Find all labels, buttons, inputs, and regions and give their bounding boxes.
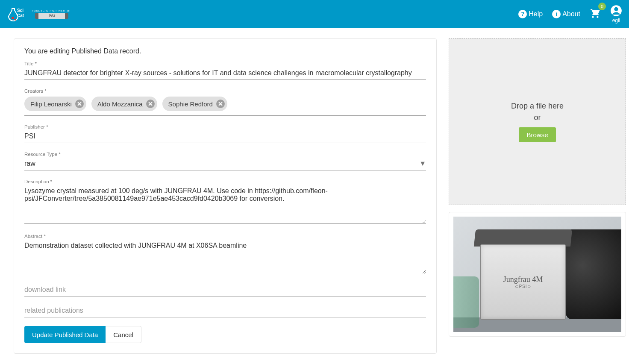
abstract-input[interactable]: Demonstration dataset collected with JUN… [24, 240, 426, 274]
creators-field: Creators * Filip Leonarski Aldo Mozzanic… [24, 88, 426, 116]
info-icon: i [552, 10, 561, 18]
svg-point-1 [15, 19, 16, 21]
related-publications-field [24, 305, 426, 317]
help-icon: ? [518, 10, 527, 18]
account-icon [610, 5, 622, 17]
thumbnail-image[interactable]: Jungfrau 4M ⊂PSI⊃ [453, 217, 621, 332]
related-publications-input[interactable] [24, 305, 426, 317]
page-content: You are editing Published Data record. T… [0, 28, 629, 364]
cancel-button[interactable]: Cancel [106, 326, 141, 343]
chip-remove-icon[interactable] [146, 100, 155, 108]
creators-label: Creators * [24, 88, 426, 94]
app-header: Sci Cat PAUL SCHERRER INSTITUT PSI ? Hel… [0, 0, 629, 28]
account-menu[interactable]: egli [610, 5, 622, 23]
resource-type-value: raw [24, 160, 35, 167]
description-input[interactable]: Lysozyme crystal measured at 100 deg/s w… [24, 185, 426, 224]
device-sublabel: ⊂PSI⊃ [515, 284, 531, 289]
creator-chip-label: Aldo Mozzanica [97, 100, 143, 108]
creator-chip: Aldo Mozzanica [91, 97, 157, 111]
scicat-logo[interactable]: Sci Cat [7, 5, 26, 23]
update-button[interactable]: Update Published Data [24, 326, 106, 343]
device-label: Jungfrau 4M [503, 275, 543, 284]
title-field: Title * [24, 61, 426, 80]
title-input[interactable] [24, 68, 426, 80]
logo-group: Sci Cat PAUL SCHERRER INSTITUT PSI [7, 5, 68, 23]
publisher-label: Publisher * [24, 124, 426, 129]
resource-type-label: Resource Type * [24, 152, 426, 157]
edit-form-card: You are editing Published Data record. T… [14, 38, 437, 354]
svg-text:Sci: Sci [17, 8, 24, 13]
header-links: ? Help i About 0 egli [518, 5, 622, 23]
creator-chip-label: Sophie Redford [168, 100, 213, 108]
publisher-input[interactable] [24, 131, 426, 143]
cart-button[interactable]: 0 [590, 8, 601, 20]
browse-button[interactable]: Browse [519, 127, 556, 142]
right-column: Drop a file here or Browse Jungfrau 4M ⊂… [449, 38, 626, 354]
resource-type-select[interactable]: raw ▼ [24, 158, 426, 170]
abstract-label: Abstract * [24, 234, 426, 239]
psi-logo-text: PAUL SCHERRER INSTITUT [32, 9, 71, 12]
description-label: Description * [24, 179, 426, 184]
cart-count-badge: 0 [598, 3, 606, 10]
help-label: Help [529, 10, 543, 18]
resource-type-field: Resource Type * raw ▼ [24, 152, 426, 170]
title-label: Title * [24, 61, 426, 66]
chip-remove-icon[interactable] [75, 100, 84, 108]
publisher-field: Publisher * [24, 124, 426, 143]
help-link[interactable]: ? Help [518, 10, 543, 18]
psi-logo[interactable]: PAUL SCHERRER INSTITUT PSI [35, 8, 68, 21]
download-link-input[interactable] [24, 284, 426, 296]
form-actions: Update Published Data Cancel [24, 326, 426, 343]
cart-icon [590, 8, 601, 19]
psi-logo-bar: PSI [35, 13, 68, 19]
description-field: Description * Lysozyme crystal measured … [24, 179, 426, 225]
creator-chip-label: Filip Leonarski [30, 100, 72, 108]
creator-chip: Sophie Redford [162, 97, 227, 111]
editing-notice: You are editing Published Data record. [24, 47, 426, 55]
chevron-down-icon: ▼ [419, 160, 426, 167]
file-dropzone[interactable]: Drop a file here or Browse [449, 38, 626, 205]
about-label: About [562, 10, 580, 18]
svg-point-0 [12, 17, 14, 19]
account-label: egli [612, 18, 620, 23]
abstract-field: Abstract * Demonstration dataset collect… [24, 234, 426, 276]
svg-text:Cat: Cat [17, 13, 24, 18]
chip-remove-icon[interactable] [216, 100, 225, 108]
download-link-field [24, 284, 426, 296]
svg-point-5 [614, 7, 618, 11]
dropzone-text: Drop a file here [511, 102, 564, 111]
about-link[interactable]: i About [552, 10, 580, 18]
creator-chip: Filip Leonarski [24, 97, 86, 111]
dropzone-or: or [534, 113, 541, 122]
creators-chips[interactable]: Filip Leonarski Aldo Mozzanica Sophie Re… [24, 95, 426, 116]
thumbnail-card: Jungfrau 4M ⊂PSI⊃ [449, 212, 626, 337]
